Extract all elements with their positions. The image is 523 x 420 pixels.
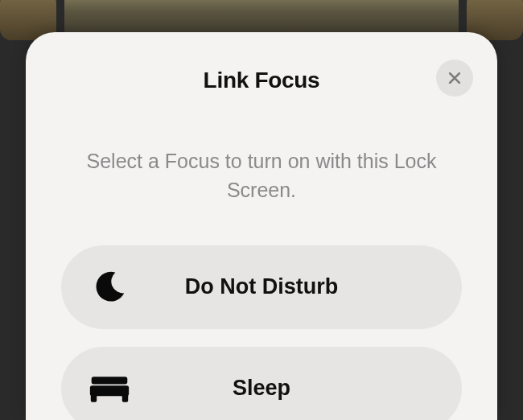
focus-option-sleep[interactable]: Sleep (61, 347, 462, 421)
focus-option-label: Sleep (233, 376, 290, 401)
focus-option-do-not-disturb[interactable]: Do Not Disturb (61, 245, 462, 329)
svg-rect-0 (92, 377, 128, 384)
sheet-title: Link Focus (204, 68, 320, 93)
close-button[interactable] (436, 60, 473, 97)
moon-icon (89, 266, 130, 308)
focus-options-list: Do Not Disturb Sleep (50, 245, 473, 421)
sheet-header: Link Focus (50, 56, 473, 105)
svg-rect-1 (90, 385, 129, 396)
bed-icon (89, 368, 130, 410)
close-icon (447, 70, 463, 86)
focus-option-label: Do Not Disturb (185, 274, 338, 299)
sheet-description: Select a Focus to turn on with this Lock… (50, 146, 473, 205)
svg-rect-2 (91, 394, 97, 401)
link-focus-sheet: Link Focus Select a Focus to turn on wit… (26, 32, 497, 420)
svg-rect-3 (122, 394, 128, 401)
